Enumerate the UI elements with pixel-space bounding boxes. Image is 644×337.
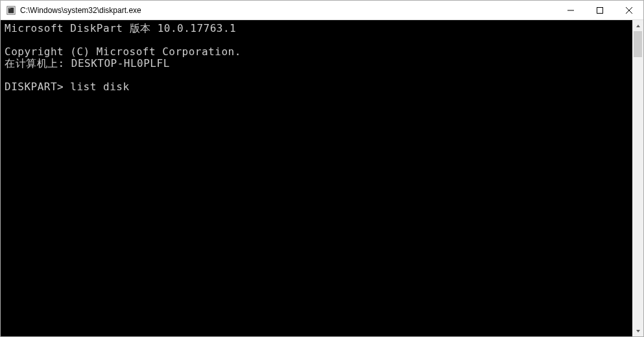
window-title: C:\Windows\system32\diskpart.exe [20,6,556,15]
console-line: Copyright (C) Microsoft Corporation. [5,45,241,58]
maximize-button[interactable] [585,1,614,19]
scroll-up-arrow-icon[interactable] [632,20,643,31]
window-titlebar: C:\Windows\system32\diskpart.exe [1,1,643,20]
window-controls [556,1,643,19]
vertical-scrollbar[interactable] [632,20,643,336]
svg-rect-4 [597,7,602,13]
minimize-button[interactable] [556,1,585,19]
console-line: Microsoft DiskPart 版本 10.0.17763.1 [5,22,236,34]
console-output[interactable]: Microsoft DiskPart 版本 10.0.17763.1 Copyr… [1,20,632,336]
console-command: list disk [70,81,129,93]
scroll-thumb[interactable] [634,31,642,57]
scroll-down-arrow-icon[interactable] [632,325,643,336]
console-line: 在计算机上: DESKTOP-HL0PLFL [5,57,170,69]
app-icon [6,5,16,16]
console-container: Microsoft DiskPart 版本 10.0.17763.1 Copyr… [1,20,643,336]
console-prompt: DISKPART> [5,81,70,93]
close-button[interactable] [614,1,643,19]
scroll-track[interactable] [632,31,643,325]
svg-rect-2 [9,8,11,8]
